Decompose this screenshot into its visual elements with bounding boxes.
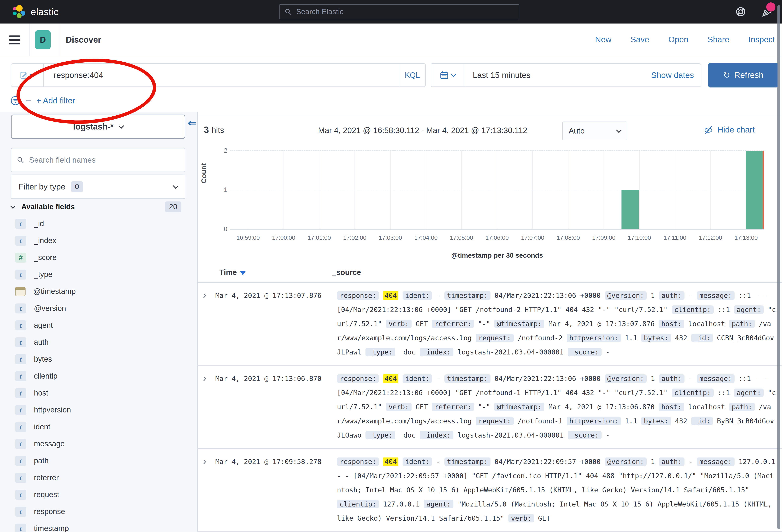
number-type-icon: # <box>15 253 26 263</box>
field-search-input[interactable] <box>29 155 180 164</box>
refresh-icon: ↻ <box>723 70 730 80</box>
text-type-icon: t <box>15 388 26 398</box>
page-title: Discover <box>66 35 101 45</box>
highlighted-value: 404 <box>383 374 398 383</box>
filter-icon[interactable] <box>10 96 21 106</box>
hits-counter: 3 hits <box>204 124 224 135</box>
field-item-_id[interactable]: t_id <box>0 215 198 232</box>
scrollbar[interactable] <box>777 5 780 529</box>
field-value: 1 <box>651 458 655 466</box>
action-open[interactable]: Open <box>668 35 688 44</box>
field-name: @timestamp <box>33 287 76 296</box>
x-tick-label: 17:10:00 <box>621 234 657 241</box>
text-type-icon: t <box>15 422 26 432</box>
date-picker: Last 15 minutes Show dates <box>431 63 701 87</box>
field-item-message[interactable]: tmessage <box>0 435 198 452</box>
time-range-value[interactable]: Last 15 minutes <box>464 71 651 80</box>
field-label: _score: <box>568 431 601 439</box>
field-item-referrer[interactable]: treferrer <box>0 469 198 486</box>
field-name: auth <box>34 338 49 346</box>
histogram-bar-17:09:30[interactable] <box>621 190 639 229</box>
field-label: _index: <box>420 431 453 439</box>
field-item-auth[interactable]: tauth <box>0 334 198 351</box>
field-name: _index <box>34 236 56 245</box>
field-item-@version[interactable]: t@version <box>0 300 198 317</box>
field-name: referrer <box>34 473 59 482</box>
add-filter-button[interactable]: + Add filter <box>36 96 75 105</box>
field-value: 127.0.0.1 <box>383 500 420 508</box>
date-type-icon <box>15 287 26 296</box>
index-pattern-name: logstash-* <box>73 122 113 131</box>
field-item-agent[interactable]: tagent <box>0 317 198 334</box>
saved-query-menu[interactable] <box>11 64 44 86</box>
hide-chart-button[interactable]: Hide chart <box>704 125 755 135</box>
y-axis-label: Count <box>200 163 208 183</box>
show-dates-button[interactable]: Show dates <box>651 71 701 80</box>
refresh-button[interactable]: ↻ Refresh <box>708 63 778 87</box>
app-actions: NewSaveOpenShareInspect <box>595 24 775 55</box>
available-fields-header[interactable]: Available fields 20 <box>11 201 185 213</box>
help-icon[interactable] <box>735 6 747 17</box>
calendar-menu[interactable] <box>431 64 464 86</box>
field-label: httpversion: <box>567 417 621 425</box>
field-label: ident: <box>402 291 432 300</box>
x-tick-label: 17:07:00 <box>514 234 550 241</box>
field-label: auth: <box>659 374 684 383</box>
field-name: ident <box>34 423 50 431</box>
field-item-clientip[interactable]: tclientip <box>0 368 198 385</box>
field-item-response[interactable]: tresponse <box>0 503 198 520</box>
sort-desc-icon <box>240 271 246 275</box>
expand-row-icon[interactable]: › <box>203 372 215 442</box>
field-item-request[interactable]: trequest <box>0 486 198 503</box>
expand-row-icon[interactable]: › <box>203 289 215 359</box>
field-label: host: <box>659 403 684 411</box>
field-label: referrer: <box>432 403 474 411</box>
interval-select[interactable]: Auto <box>562 121 627 140</box>
field-item-host[interactable]: thost <box>0 385 198 402</box>
highlighted-value: 404 <box>383 291 398 300</box>
histogram-bar-17:13:00[interactable] <box>746 151 763 229</box>
field-value: _doc <box>399 348 416 356</box>
row-source: response: 404 ident: - timestamp: 04/Mar… <box>337 455 776 525</box>
action-share[interactable]: Share <box>707 35 729 44</box>
field-item-@timestamp[interactable]: @timestamp <box>0 283 198 300</box>
field-value: localhost <box>688 320 725 328</box>
field-item-_type[interactable]: t_type <box>0 266 198 283</box>
column-header-time[interactable]: Time <box>203 268 332 277</box>
index-pattern-selector[interactable]: logstash-* <box>11 115 185 139</box>
field-value: GET <box>416 403 428 411</box>
query-language-button[interactable]: KQL <box>399 64 425 86</box>
field-search[interactable] <box>11 148 185 172</box>
x-tick-label: 16:59:00 <box>230 234 266 241</box>
query-input[interactable] <box>53 70 383 80</box>
field-value: GET <box>416 320 428 328</box>
collapse-sidebar-icon[interactable]: ⇐ <box>188 117 196 129</box>
field-name: httpversion <box>34 406 71 414</box>
action-new[interactable]: New <box>595 35 611 44</box>
field-item-bytes[interactable]: tbytes <box>0 351 198 368</box>
field-item-path[interactable]: tpath <box>0 452 198 469</box>
field-label: clientip: <box>337 500 379 508</box>
action-save[interactable]: Save <box>631 35 649 44</box>
text-type-icon: t <box>15 507 26 517</box>
menu-icon[interactable] <box>9 35 20 45</box>
field-item-httpversion[interactable]: thttpversion <box>0 402 198 418</box>
global-search[interactable] <box>279 4 520 19</box>
field-item-ident[interactable]: tident <box>0 418 198 435</box>
field-value: ::1 <box>718 306 730 314</box>
field-label: message: <box>697 291 735 300</box>
field-item-_score[interactable]: #_score <box>0 249 198 266</box>
filter-by-type[interactable]: Filter by type 0 <box>11 175 185 199</box>
field-name: _score <box>34 253 57 262</box>
global-search-input[interactable] <box>296 7 514 16</box>
text-type-icon: t <box>15 371 26 381</box>
y-tick-label: 2 <box>213 147 227 154</box>
field-value: - <box>688 458 692 466</box>
field-item-timestamp[interactable]: ttimestamp <box>0 520 198 532</box>
field-item-_index[interactable]: t_index <box>0 232 198 249</box>
elastic-logo[interactable]: elastic <box>11 4 59 19</box>
expand-row-icon[interactable]: › <box>203 455 215 525</box>
x-tick-label: 17:09:00 <box>586 234 622 241</box>
action-inspect[interactable]: Inspect <box>748 35 775 44</box>
field-name: agent <box>34 321 53 330</box>
